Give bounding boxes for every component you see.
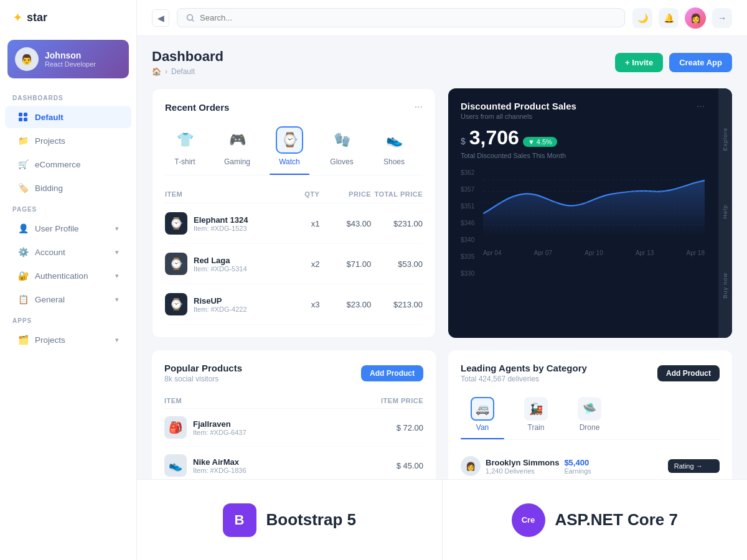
- agent-tab-van[interactable]: 🚐 Van: [461, 393, 504, 439]
- tab-gaming[interactable]: 🎮 Gaming: [217, 123, 257, 175]
- total-value: $53.00: [371, 259, 423, 269]
- top-grid: Recent Orders ··· 👕 T-shirt 🎮 Gaming: [152, 88, 732, 338]
- product-image: 👟: [164, 454, 187, 477]
- invite-button[interactable]: + Invite: [615, 53, 663, 72]
- price-value: $43.00: [319, 219, 371, 228]
- add-product-button[interactable]: Add Product: [361, 365, 423, 381]
- total-value: $231.00: [371, 219, 423, 228]
- bootstrap-promo: B Bootstrap 5: [137, 480, 443, 560]
- arrow-right-button[interactable]: →: [712, 8, 732, 28]
- buy-now-tab[interactable]: Buy now: [722, 273, 728, 299]
- col-price: PRICE: [319, 190, 371, 198]
- user-card[interactable]: 👨 Johnson React Developer: [7, 40, 129, 78]
- sidebar-item-apps-projects[interactable]: 🗂️ Projects ▾: [5, 329, 131, 351]
- chevron-down-icon-apps: ▾: [115, 336, 119, 344]
- product-price: $ 72.00: [337, 423, 423, 432]
- breadcrumb: 🏠 › Default: [152, 67, 223, 76]
- auth-icon: 🔐: [17, 270, 29, 281]
- grid-icon: [17, 111, 29, 123]
- agent-tab-train[interactable]: 🚂 Train: [514, 393, 558, 439]
- bootstrap-icon: B: [223, 503, 256, 537]
- sidebar-item-projects[interactable]: 📁 Projects: [5, 129, 131, 152]
- rating-button[interactable]: Rating →: [668, 459, 720, 473]
- discount-sales-card: Discounted Product Sales Users from all …: [448, 88, 732, 338]
- qty-value: x2: [268, 259, 320, 269]
- sidebar-item-user-profile[interactable]: 👤 User Profile ▾: [5, 217, 131, 240]
- table-row: ⌚ Red Laga Item: #XDG-5314 x2 $71.00 $53…: [165, 244, 423, 284]
- tab-shoes[interactable]: 👟 Shoes: [374, 123, 414, 175]
- item-name: RiseUP: [194, 296, 247, 306]
- product-id: Item: #XDG-6437: [193, 429, 247, 436]
- col-item: ITEM: [165, 190, 268, 198]
- sidebar: ✦ star 👨 Johnson React Developer DASHBOA…: [0, 0, 137, 560]
- sidebar-item-general[interactable]: 📋 General ▾: [5, 288, 131, 310]
- amount-badge: ▼ 4.5%: [523, 137, 557, 147]
- agent-avatar: 👩: [461, 456, 481, 476]
- van-icon: 🚐: [471, 397, 494, 421]
- sidebar-general-label: General: [35, 295, 65, 304]
- aspnet-promo: Cre ASP.NET Core 7: [443, 480, 748, 560]
- discount-subtitle: Users from all channels: [461, 113, 576, 120]
- aspnet-icon: Cre: [512, 503, 545, 537]
- topbar-right: 🌙 🔔 👩 →: [632, 7, 732, 29]
- account-icon: ⚙️: [17, 246, 29, 258]
- page-title-area: Dashboard 🏠 › Default: [152, 49, 223, 76]
- item-name: Red Laga: [194, 256, 247, 265]
- promo-overlay: B Bootstrap 5 Cre ASP.NET Core 7: [137, 479, 747, 560]
- gloves-icon: 🧤: [328, 126, 355, 154]
- products-title: Popular Products: [164, 363, 242, 373]
- explore-tab[interactable]: Explore: [722, 128, 728, 151]
- qty-value: x1: [268, 219, 320, 228]
- svg-rect-1: [24, 113, 27, 116]
- content-wrapper: Dashboard 🏠 › Default + Invite Create Ap…: [137, 36, 747, 560]
- watch-icon: ⌚: [276, 126, 303, 154]
- search-box: [177, 8, 625, 27]
- recent-orders-card: Recent Orders ··· 👕 T-shirt 🎮 Gaming: [152, 88, 436, 338]
- gaming-icon: 🎮: [223, 126, 251, 154]
- item-id: Item: #XDG-5314: [194, 265, 247, 273]
- tab-gloves-label: Gloves: [330, 157, 353, 166]
- recent-orders-header: Recent Orders ···: [165, 101, 423, 113]
- discount-card-header: Discounted Product Sales Users from all …: [461, 101, 705, 120]
- tab-gaming-label: Gaming: [224, 157, 250, 166]
- more-options-icon[interactable]: ···: [415, 101, 423, 113]
- product-price: $ 45.00: [337, 461, 423, 470]
- sidebar-item-default[interactable]: Default: [5, 106, 131, 128]
- item-name: Elephant 1324: [194, 215, 248, 225]
- tab-tshirt[interactable]: 👕 T-shirt: [165, 123, 205, 175]
- chevron-down-icon-account: ▾: [115, 248, 119, 256]
- create-app-button[interactable]: Create App: [669, 53, 732, 72]
- orders-table-header: ITEM QTY PRICE TOTAL PRICE: [165, 185, 423, 203]
- sidebar-item-bidding[interactable]: 🏷️ Bidding: [5, 177, 131, 199]
- agents-card-header: Leading Agents by Category Total 424,567…: [461, 363, 720, 383]
- recent-orders-title: Recent Orders: [165, 102, 229, 113]
- agents-add-product-button[interactable]: Add Product: [657, 365, 720, 381]
- user-avatar-topbar[interactable]: 👩: [685, 7, 706, 29]
- svg-rect-2: [19, 118, 22, 121]
- train-icon: 🚂: [524, 397, 548, 421]
- order-tabs: 👕 T-shirt 🎮 Gaming ⌚ Watch 🧤: [165, 123, 423, 175]
- discount-more-icon[interactable]: ···: [697, 101, 705, 112]
- help-tab[interactable]: Help: [722, 205, 728, 219]
- logo-text: star: [27, 11, 47, 24]
- sidebar-item-authentication[interactable]: 🔐 Authentication ▾: [5, 264, 131, 287]
- sidebar-auth-label: Authentication: [35, 271, 88, 281]
- logo-area: ✦ star: [0, 0, 136, 35]
- search-icon: [186, 14, 195, 22]
- item-id: Item: #XDG-1523: [194, 225, 248, 232]
- theme-toggle-button[interactable]: 🌙: [632, 8, 652, 28]
- agent-category-tabs: 🚐 Van 🚂 Train 🛸 Drone: [461, 393, 720, 440]
- agent-row: 👩 Brooklyn Simmons 1,240 Deliveries $5,4…: [461, 450, 720, 483]
- apps-projects-icon: 🗂️: [17, 334, 29, 345]
- sidebar-item-ecommerce[interactable]: 🛒 eCommerce: [5, 153, 131, 175]
- sidebar-item-account[interactable]: ⚙️ Account ▾: [5, 241, 131, 263]
- notifications-button[interactable]: 🔔: [659, 8, 679, 28]
- drone-icon: 🛸: [578, 397, 601, 421]
- agent-tab-drone[interactable]: 🛸 Drone: [568, 393, 611, 439]
- chevron-down-icon: ▾: [115, 225, 119, 233]
- bootstrap-text: Bootstrap 5: [266, 510, 356, 530]
- tab-gloves[interactable]: 🧤 Gloves: [322, 123, 362, 175]
- collapse-sidebar-button[interactable]: ◀: [152, 9, 169, 27]
- tab-watch[interactable]: ⌚ Watch: [270, 123, 309, 175]
- search-input[interactable]: [200, 13, 324, 22]
